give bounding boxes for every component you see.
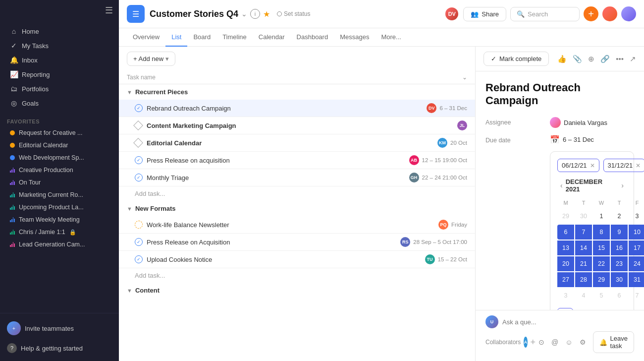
cal-day[interactable]: 1 (593, 209, 610, 224)
sidebar-item-marketing-current[interactable]: Marketing Current Ro... (3, 189, 116, 201)
mark-complete-button[interactable]: ✓ Mark complete (483, 52, 549, 66)
cal-day[interactable]: 17 (629, 241, 644, 255)
cal-day[interactable]: 5 (593, 288, 610, 303)
task-row[interactable]: ✓ Monthly Triage GH 22 – 24 21:00 Oct (119, 169, 475, 186)
tab-overview[interactable]: Overview (127, 28, 165, 47)
cal-day[interactable]: 7 (629, 288, 644, 303)
diamond-check-icon[interactable] (133, 138, 143, 148)
thumbs-up-icon[interactable]: 👍 (557, 55, 567, 63)
star-icon[interactable]: ★ (263, 9, 270, 19)
task-row[interactable]: Work-life Balance Newsletter PQ Friday (119, 216, 475, 234)
tab-list[interactable]: List (165, 28, 187, 47)
date-from-input[interactable]: 06/12/21 ✕ (557, 159, 599, 172)
cal-day[interactable]: 15 (593, 241, 610, 255)
subtask-icon[interactable]: ⊕ (588, 55, 594, 63)
add-new-button[interactable]: + Add new ▾ (127, 52, 175, 66)
emoji-icon[interactable]: ☺ (565, 338, 572, 346)
task-section-header-recurrent[interactable]: ▼ Recurrent Pieces (119, 84, 475, 100)
calendar-next-button[interactable]: › (618, 180, 627, 190)
cal-day[interactable]: 27 (557, 272, 574, 287)
cal-day[interactable]: 24 (629, 256, 644, 271)
cal-day[interactable]: 31 (629, 272, 644, 287)
cal-day[interactable]: 13 (557, 241, 574, 255)
cal-day[interactable]: 29 (557, 209, 574, 224)
timer-check-icon[interactable] (135, 221, 143, 229)
cal-day[interactable]: 23 (611, 256, 628, 271)
tab-more[interactable]: More... (375, 28, 407, 47)
avatar[interactable]: DV (444, 6, 459, 21)
expand-icon[interactable]: ↗ (630, 55, 636, 63)
check-circle-icon[interactable]: ✓ (135, 174, 143, 181)
cal-day[interactable]: 6 (611, 288, 628, 303)
tab-dashboard[interactable]: Dashboard (291, 28, 334, 47)
task-row[interactable]: ✓ Upload Cookies Notice TU 15 – 22 Oct (119, 251, 475, 268)
sidebar-item-my-tasks[interactable]: ✓ My Tasks (3, 39, 116, 53)
cal-day[interactable]: 30 (611, 272, 628, 287)
add-task-button-new-formats[interactable]: Add task... (119, 268, 475, 283)
sidebar-item-home[interactable]: ⌂ Home (3, 24, 116, 38)
check-circle-icon[interactable]: ✓ (135, 104, 143, 112)
date-from-clear-button[interactable]: ✕ (590, 162, 595, 169)
sidebar-item-chris-jamie[interactable]: Chris / Jamie 1:1 🔒 (3, 226, 116, 238)
check-circle-icon[interactable]: ✓ (135, 156, 143, 164)
cal-day[interactable]: 9 (611, 225, 628, 240)
add-task-button-recurrent[interactable]: Add task... (119, 186, 475, 201)
link-icon[interactable]: 🔗 (600, 55, 610, 63)
settings-icon[interactable]: ⚙ (580, 338, 586, 346)
diamond-check-icon[interactable] (133, 120, 143, 130)
cal-day[interactable]: 3 (557, 288, 574, 303)
invite-teammates-button[interactable]: + Invite teammates (0, 317, 119, 339)
at-icon[interactable]: @ (551, 338, 558, 346)
tab-calendar[interactable]: Calendar (253, 28, 291, 47)
task-section-header-content[interactable]: ▼ Content (119, 283, 475, 298)
more-icon[interactable]: ••• (616, 55, 624, 63)
radio-icon[interactable]: ⊙ (538, 338, 544, 346)
ask-question-input[interactable] (502, 318, 634, 326)
sidebar-item-on-tour[interactable]: On Tour (3, 177, 116, 188)
check-circle-icon[interactable]: ✓ (135, 255, 143, 263)
date-to-clear-button[interactable]: ✕ (636, 162, 641, 169)
share-button[interactable]: 👥 Share (463, 7, 506, 21)
cal-day[interactable]: 20 (557, 256, 574, 271)
sidebar-item-inbox[interactable]: 🔔 Inbox (3, 53, 116, 67)
info-button[interactable]: i (250, 9, 260, 19)
nav-avatar-2[interactable] (621, 6, 636, 21)
help-getting-started-button[interactable]: ? Help & getting started (0, 339, 119, 357)
add-collaborator-button[interactable]: + (531, 337, 536, 348)
sidebar-item-reporting[interactable]: 📈 Reporting (3, 67, 116, 81)
sidebar-item-goals[interactable]: ◎ Goals (3, 96, 116, 110)
attach-icon[interactable]: 📎 (573, 55, 582, 63)
sidebar-item-creative-production[interactable]: Creative Production (3, 164, 116, 176)
add-time-button[interactable]: ⏱ (557, 308, 573, 310)
due-date-value[interactable]: 📅 6 – 31 Dec (550, 135, 634, 144)
sidebar-item-upcoming-product[interactable]: Upcoming Product La... (3, 201, 116, 213)
tab-messages[interactable]: Messages (334, 28, 375, 47)
cal-day[interactable]: 10 (629, 225, 644, 240)
cal-day[interactable]: 2 (611, 209, 628, 224)
cal-day[interactable]: 16 (611, 241, 628, 255)
tab-board[interactable]: Board (187, 28, 216, 47)
sidebar-item-team-weekly[interactable]: Team Weekly Meeting (3, 214, 116, 226)
cal-day[interactable]: 21 (575, 256, 592, 271)
leave-task-button[interactable]: 🔔 Leave task (593, 331, 634, 353)
check-circle-icon[interactable]: ✓ (135, 238, 143, 246)
task-section-header-new-formats[interactable]: ▼ New Formats (119, 201, 475, 216)
cal-day[interactable]: 8 (593, 225, 610, 240)
task-row[interactable]: ✓ Press Release on acquisition AB 12 – 1… (119, 152, 475, 169)
cal-day[interactable]: 28 (575, 272, 592, 287)
search-box[interactable]: 🔍 Search (510, 7, 580, 21)
cal-day[interactable]: 22 (593, 256, 610, 271)
cal-day[interactable]: 7 (575, 225, 592, 240)
calendar-prev-button[interactable]: ‹ (557, 180, 566, 190)
tab-timeline[interactable]: Timeline (216, 28, 253, 47)
cal-day[interactable]: 29 (593, 272, 610, 287)
cal-day[interactable]: 6 (557, 225, 574, 240)
nav-avatar-1[interactable] (602, 6, 617, 21)
hamburger-button[interactable]: ☰ (127, 5, 145, 23)
task-row[interactable]: ✓ Press Release on Acquisition RS 28 Sep… (119, 234, 475, 251)
sidebar-item-editorial-calendar[interactable]: Editorial Calendar (3, 139, 116, 151)
task-row[interactable]: ✓ Rebrand Outreach Campaign DV 6 – 31 De… (119, 100, 475, 117)
sidebar-item-portfolios[interactable]: 🗂 Portfolios (3, 82, 116, 96)
cal-day[interactable]: 4 (575, 288, 592, 303)
cal-day[interactable]: 30 (575, 209, 592, 224)
